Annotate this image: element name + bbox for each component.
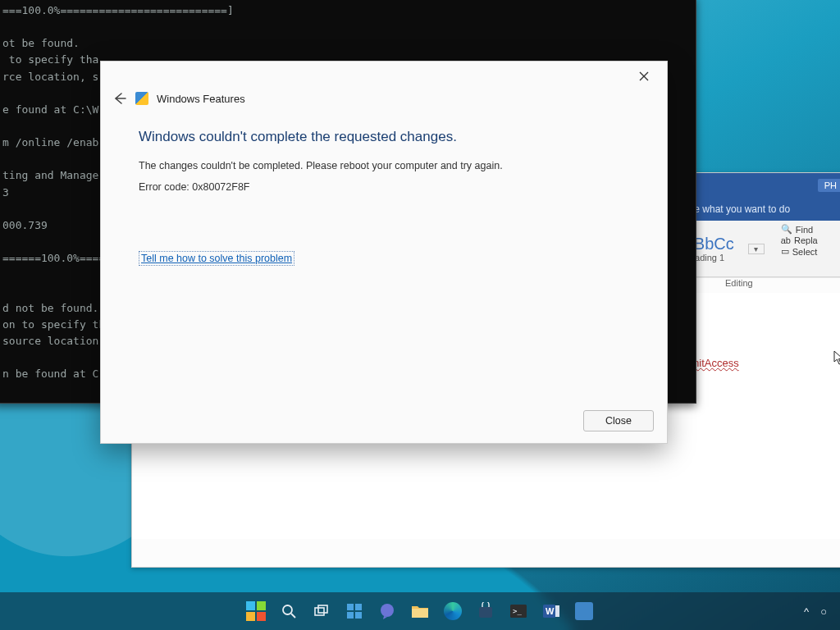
control-panel-shield-icon: [135, 92, 148, 105]
svg-point-0: [283, 605, 292, 614]
taskbar[interactable]: >_ W ^ ○: [0, 592, 840, 630]
windows-logo-icon: [246, 601, 266, 621]
select-button[interactable]: ▭Select: [781, 246, 840, 257]
dialog-titlebar[interactable]: [101, 62, 667, 91]
svg-rect-6: [347, 612, 354, 619]
svg-rect-15: [555, 605, 559, 617]
svg-rect-4: [347, 604, 354, 610]
dialog-error-code: Error code: 0x80072F8F: [139, 181, 629, 193]
edge-icon: [444, 602, 462, 620]
taskbar-word[interactable]: W: [541, 600, 562, 622]
svg-text:W: W: [546, 606, 555, 616]
replace-icon: ab: [781, 235, 791, 245]
svg-line-1: [291, 614, 295, 618]
word-user-initials[interactable]: PH: [818, 179, 840, 192]
task-view[interactable]: [311, 600, 332, 622]
dialog-message: The changes couldn't be completed. Pleas…: [139, 160, 629, 171]
taskbar-file-explorer[interactable]: [409, 600, 431, 622]
store-icon: [477, 602, 495, 620]
systray-circle-icon[interactable]: ○: [820, 605, 827, 618]
search-icon: [281, 603, 297, 619]
dialog-heading: Windows couldn't complete the requested …: [139, 129, 629, 145]
svg-point-8: [381, 604, 394, 617]
taskbar-widgets[interactable]: [344, 600, 365, 622]
ribbon-editing-group: 🔍Find abRepla ▭Select: [781, 221, 840, 276]
editing-section-label[interactable]: Editing: [725, 278, 753, 288]
windows-features-dialog: Windows Features Windows couldn't comple…: [100, 61, 668, 444]
taskbar-systray[interactable]: ^ ○: [804, 605, 827, 618]
cursor-icon: ▭: [781, 246, 789, 257]
chat-icon: [378, 602, 396, 620]
dialog-close-x[interactable]: [628, 65, 660, 88]
word-icon: W: [542, 602, 560, 620]
terminal-icon: >_: [509, 604, 527, 619]
taskbar-terminal[interactable]: >_: [508, 600, 529, 622]
svg-rect-9: [412, 609, 428, 618]
taskbar-edge[interactable]: [442, 600, 463, 622]
task-view-icon: [313, 603, 330, 619]
svg-rect-7: [355, 612, 362, 619]
taskbar-search[interactable]: [278, 600, 299, 622]
styles-gallery-more[interactable]: ▾: [748, 244, 765, 254]
close-button[interactable]: Close: [583, 410, 654, 431]
mouse-cursor-icon: [833, 350, 840, 365]
dialog-breadcrumb-title: Windows Features: [157, 93, 245, 105]
back-button[interactable]: [112, 91, 127, 106]
widgets-icon: [345, 602, 363, 620]
systray-chevron-up-icon[interactable]: ^: [804, 605, 809, 618]
find-button[interactable]: 🔍Find: [781, 224, 840, 235]
start-button[interactable]: [245, 600, 267, 622]
solve-problem-link[interactable]: Tell me how to solve this problem: [139, 251, 294, 266]
back-arrow-icon: [112, 91, 127, 106]
folder-icon: [411, 603, 429, 619]
app-icon: [575, 602, 593, 620]
svg-rect-3: [318, 605, 327, 613]
replace-button[interactable]: abRepla: [781, 235, 840, 245]
svg-rect-5: [355, 604, 362, 610]
taskbar-store[interactable]: [475, 600, 496, 622]
svg-text:>_: >_: [513, 607, 522, 615]
search-icon: 🔍: [781, 224, 792, 235]
taskbar-chat[interactable]: [377, 600, 398, 622]
svg-rect-2: [315, 608, 324, 615]
svg-rect-10: [479, 607, 492, 618]
taskbar-app-generic[interactable]: [573, 600, 595, 622]
close-icon: [639, 71, 649, 81]
